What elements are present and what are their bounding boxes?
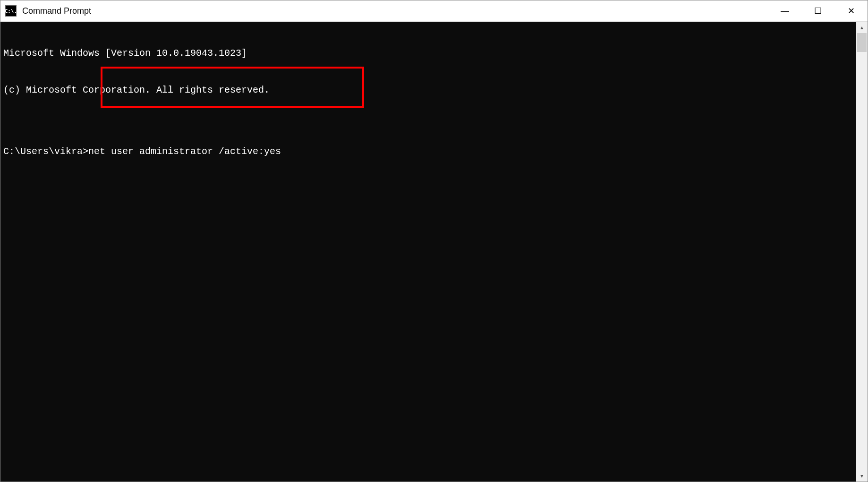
- terminal-line-copyright: (c) Microsoft Corporation. All rights re…: [3, 84, 865, 96]
- terminal-command[interactable]: net user administrator /active:yes: [88, 146, 281, 157]
- app-icon-wrap: C:\.: [0, 5, 21, 17]
- scroll-up-button[interactable]: ▴: [856, 22, 868, 33]
- command-prompt-icon: C:\.: [5, 5, 17, 17]
- chevron-up-icon: ▴: [860, 24, 863, 31]
- window-controls: — ☐ ✕: [768, 0, 868, 21]
- scrollbar-track[interactable]: [856, 33, 868, 470]
- scrollbar-thumb[interactable]: [857, 33, 867, 52]
- maximize-button[interactable]: ☐: [801, 0, 834, 21]
- terminal-area[interactable]: Microsoft Windows [Version 10.0.19043.10…: [0, 22, 868, 482]
- close-icon: ✕: [848, 6, 855, 16]
- vertical-scrollbar[interactable]: ▴ ▾: [856, 22, 868, 482]
- minimize-icon: —: [781, 6, 789, 16]
- terminal-prompt: C:\Users\vikra>: [3, 146, 88, 157]
- maximize-icon: ☐: [814, 6, 822, 16]
- terminal-line-version: Microsoft Windows [Version 10.0.19043.10…: [3, 47, 865, 60]
- minimize-button[interactable]: —: [768, 0, 801, 21]
- scroll-down-button[interactable]: ▾: [856, 470, 868, 482]
- terminal-prompt-line: C:\Users\vikra>net user administrator /a…: [3, 146, 865, 158]
- command-prompt-window[interactable]: C:\. Command Prompt — ☐ ✕ Microsoft Wind…: [0, 0, 868, 482]
- close-button[interactable]: ✕: [834, 0, 868, 21]
- titlebar[interactable]: C:\. Command Prompt — ☐ ✕: [0, 0, 868, 22]
- window-title: Command Prompt: [21, 6, 768, 16]
- chevron-down-icon: ▾: [860, 473, 863, 479]
